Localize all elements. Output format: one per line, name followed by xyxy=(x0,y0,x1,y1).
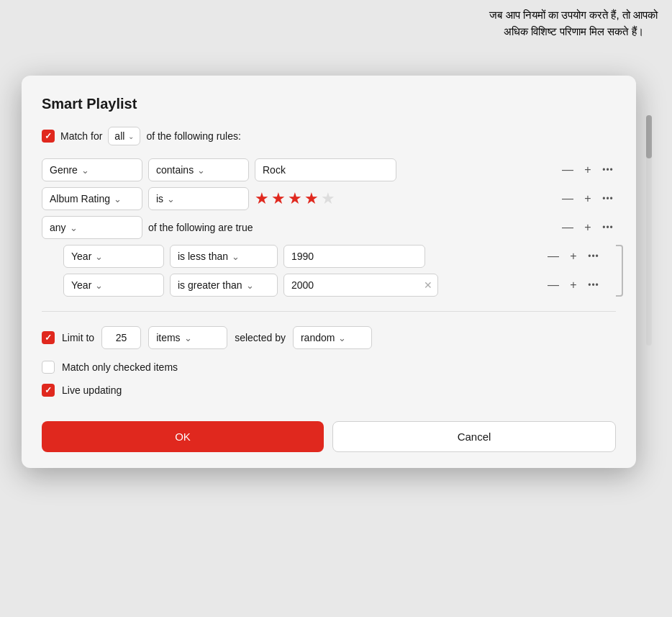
album-rating-condition-chevron-icon xyxy=(167,193,175,204)
year-greater-clear-button[interactable]: ✕ xyxy=(424,279,432,291)
rule-row-album-rating: Album Rating is ★ ★ ★ ★ ★ — + ••• xyxy=(42,187,616,210)
year-less-more-button[interactable]: ••• xyxy=(586,248,601,264)
album-rating-condition-select[interactable]: is xyxy=(148,187,249,210)
genre-field-select[interactable]: Genre xyxy=(42,158,142,181)
order-select[interactable]: random xyxy=(293,326,372,349)
year-greater-value-container: ✕ xyxy=(283,274,438,297)
any-action-btns: — + ••• xyxy=(560,220,616,235)
star-3[interactable]: ★ xyxy=(288,189,302,208)
year-less-condition-label: is less than xyxy=(178,251,228,262)
nested-rules-container: Year is less than — + ••• xyxy=(42,245,616,297)
album-rating-stars[interactable]: ★ ★ ★ ★ ★ xyxy=(255,189,335,208)
genre-value-input[interactable] xyxy=(255,158,396,181)
genre-remove-button[interactable]: — xyxy=(560,162,576,178)
match-label-before: Match for xyxy=(60,130,102,142)
year-greater-field-label: Year xyxy=(71,279,91,291)
scrollbar[interactable] xyxy=(646,115,652,346)
dialog-title: Smart Playlist xyxy=(42,96,616,112)
rule-row-any: any of the following are true — + ••• xyxy=(42,216,616,239)
live-updating-label: Live updating xyxy=(62,384,122,396)
any-more-button[interactable]: ••• xyxy=(600,220,616,235)
year-greater-action-btns: — + ••• xyxy=(545,277,601,293)
genre-condition-select[interactable]: contains xyxy=(148,158,249,181)
rule-row-genre: Genre contains — + ••• xyxy=(42,158,616,181)
tooltip-text: जब आप नियमों का उपयोग करते हैं, तो आपको … xyxy=(489,7,658,40)
order-label: random xyxy=(301,332,335,343)
year-less-action-btns: — + ••• xyxy=(545,248,601,264)
album-rating-field-select[interactable]: Album Rating xyxy=(42,187,142,210)
genre-chevron-icon xyxy=(81,164,89,176)
album-rating-chevron-icon xyxy=(114,193,122,204)
year-greater-add-button[interactable]: + xyxy=(566,277,581,293)
year-less-add-button[interactable]: + xyxy=(566,248,581,264)
items-unit-label: items xyxy=(156,332,180,343)
genre-condition-chevron-icon xyxy=(197,164,205,176)
any-field-select[interactable]: any xyxy=(42,216,142,239)
album-rating-remove-button[interactable]: — xyxy=(560,191,576,207)
any-chevron-icon xyxy=(70,222,78,233)
year-less-condition-select[interactable]: is less than xyxy=(170,245,278,268)
any-field-label: any xyxy=(50,222,66,233)
match-checkbox[interactable] xyxy=(42,130,55,143)
album-rating-action-btns: — + ••• xyxy=(560,191,616,207)
limit-value-input[interactable] xyxy=(101,326,141,349)
year-less-remove-button[interactable]: — xyxy=(545,248,561,264)
limit-label: Limit to xyxy=(62,332,94,343)
items-chevron-icon xyxy=(184,332,192,343)
year-greater-condition-select[interactable]: is greater than xyxy=(170,274,278,297)
album-rating-more-button[interactable]: ••• xyxy=(600,191,616,207)
nested-rule-year-less: Year is less than — + ••• xyxy=(63,245,601,268)
year-less-value-input[interactable] xyxy=(283,245,425,268)
star-4[interactable]: ★ xyxy=(304,189,319,208)
year-greater-field-select[interactable]: Year xyxy=(63,274,164,297)
year-less-condition-chevron-icon xyxy=(232,251,240,262)
match-value-select[interactable]: all ⌄ xyxy=(108,127,140,145)
nested-rules: Year is less than — + ••• xyxy=(63,245,601,297)
limit-checkbox[interactable] xyxy=(42,331,55,344)
match-value-label: all xyxy=(114,130,124,142)
album-rating-condition-label: is xyxy=(156,193,163,204)
ok-button[interactable]: OK xyxy=(42,421,324,452)
genre-more-button[interactable]: ••• xyxy=(600,162,616,178)
any-condition-text: of the following are true xyxy=(148,222,253,233)
match-chevron-icon: ⌄ xyxy=(128,132,134,140)
genre-field-label: Genre xyxy=(50,164,78,176)
any-remove-button[interactable]: — xyxy=(560,220,576,235)
separator xyxy=(42,311,616,312)
limit-row: Limit to items selected by random xyxy=(42,326,616,349)
album-rating-add-button[interactable]: + xyxy=(580,191,596,207)
year-greater-condition-label: is greater than xyxy=(178,279,242,291)
nested-bracket xyxy=(616,245,623,297)
order-chevron-icon xyxy=(338,332,346,343)
cancel-button[interactable]: Cancel xyxy=(332,421,616,452)
match-checked-checkbox[interactable] xyxy=(42,361,55,374)
genre-action-btns: — + ••• xyxy=(560,162,616,178)
year-greater-remove-button[interactable]: — xyxy=(545,277,561,293)
selected-by-label: selected by xyxy=(235,332,286,343)
year-greater-chevron-icon xyxy=(95,279,103,291)
year-less-chevron-icon xyxy=(95,251,103,262)
year-less-field-label: Year xyxy=(71,251,91,262)
star-2[interactable]: ★ xyxy=(271,189,286,208)
year-greater-value-input[interactable] xyxy=(283,274,438,297)
match-checked-row: Match only checked items xyxy=(42,361,616,374)
smart-playlist-dialog: Smart Playlist Match for all ⌄ of the fo… xyxy=(22,76,636,468)
match-checked-label: Match only checked items xyxy=(62,361,178,373)
match-row: Match for all ⌄ of the following rules: xyxy=(42,127,616,145)
items-unit-select[interactable]: items xyxy=(148,326,227,349)
star-5[interactable]: ★ xyxy=(321,189,335,208)
rules-section: Genre contains — + ••• Album Rating is xyxy=(42,158,616,297)
genre-condition-label: contains xyxy=(156,164,194,176)
any-add-button[interactable]: + xyxy=(580,220,596,235)
genre-add-button[interactable]: + xyxy=(580,162,596,178)
dialog-footer: OK Cancel xyxy=(42,407,616,468)
star-1[interactable]: ★ xyxy=(255,189,269,208)
live-updating-row: Live updating xyxy=(42,384,616,397)
album-rating-field-label: Album Rating xyxy=(50,193,110,204)
year-greater-more-button[interactable]: ••• xyxy=(586,277,601,293)
year-greater-condition-chevron-icon xyxy=(246,279,254,291)
live-updating-checkbox[interactable] xyxy=(42,384,55,397)
match-label-after: of the following rules: xyxy=(146,130,241,142)
scrollbar-thumb[interactable] xyxy=(646,115,652,158)
year-less-field-select[interactable]: Year xyxy=(63,245,164,268)
